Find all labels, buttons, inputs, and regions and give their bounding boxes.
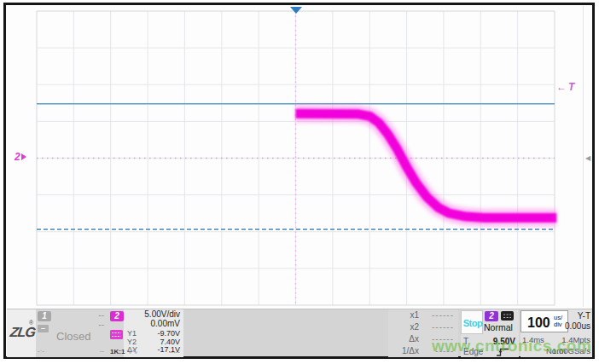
ch1-bottom-left: -·-	[38, 347, 44, 355]
panel-collapse-handle[interactable]: ◀	[585, 155, 590, 162]
oscilloscope-screenshot: 2 ←T ◀ ZLG ® 1 -- -- – Closed -·- -- 2 5…	[0, 0, 599, 364]
x1-label: x1	[392, 311, 419, 320]
watermark: www.cntronics.com	[432, 337, 591, 355]
trigger-position-marker-icon[interactable]	[290, 7, 302, 14]
timebase-scale-box[interactable]: 100 us/div	[520, 310, 568, 332]
run-stop-button[interactable]: Stop	[461, 310, 483, 334]
ch2-offset: 0.00mV	[151, 320, 180, 328]
y1-label: Y1	[127, 329, 137, 338]
inv-delta-x-label: 1/Δx	[392, 347, 419, 355]
ch2-scale: 5.00V/div	[144, 310, 180, 319]
trigger-level-marker[interactable]: ←T	[556, 82, 574, 92]
scope-display	[0, 0, 599, 309]
ch2-coupling-glyphs: ∿∿	[126, 348, 137, 356]
right-arrow-icon	[21, 153, 26, 160]
timebase-scale: 100	[527, 315, 550, 331]
left-arrow-icon: ←	[556, 81, 567, 93]
run-state: Stop	[462, 318, 484, 328]
ch2-waveform	[34, 113, 556, 217]
delta-x-label: Δx	[392, 335, 419, 344]
y2-value: 7.40V	[160, 338, 180, 346]
trigger-sweep-mode[interactable]: Normal	[484, 323, 513, 332]
y-cursor-icon	[110, 330, 123, 339]
ch2-bottom-dashes: -----	[169, 348, 180, 356]
timebase-unit: us/div	[554, 315, 562, 328]
side-panel-divider	[583, 6, 584, 307]
y1-value: -9.70V	[157, 329, 180, 338]
ch1-offset: --	[98, 321, 104, 329]
display-mode: Y-T	[578, 312, 590, 321]
ch1-scale: --	[98, 311, 104, 320]
trigger-delay: 0.00us	[565, 322, 590, 331]
channel2-info[interactable]: 2 5.00V/div 0.00mV Y1 -9.70V Y2 7.40V ΔY…	[109, 309, 183, 357]
x2-value: ------	[432, 323, 454, 332]
ch1-status: Closed	[56, 332, 90, 341]
channel2-badge[interactable]: 2	[110, 311, 124, 321]
ch1-minus-badge: –	[38, 325, 49, 332]
ch2-offset-marker[interactable]: 2	[15, 152, 26, 162]
ch2-probe-ratio: 1K:1	[110, 348, 125, 356]
zlg-logo: ZLG ®	[7, 309, 36, 357]
trigger-mode-icon	[501, 311, 514, 321]
y2-label: Y2	[127, 338, 137, 346]
trigger-source-badge[interactable]: 2	[485, 311, 498, 321]
x1-value: ------	[432, 311, 454, 320]
x2-label: x2	[392, 323, 419, 332]
channel1-badge[interactable]: 1	[38, 311, 51, 321]
ch1-bottom-right: --	[100, 347, 104, 355]
channel1-info[interactable]: 1 -- -- – Closed -·- --	[36, 309, 109, 357]
